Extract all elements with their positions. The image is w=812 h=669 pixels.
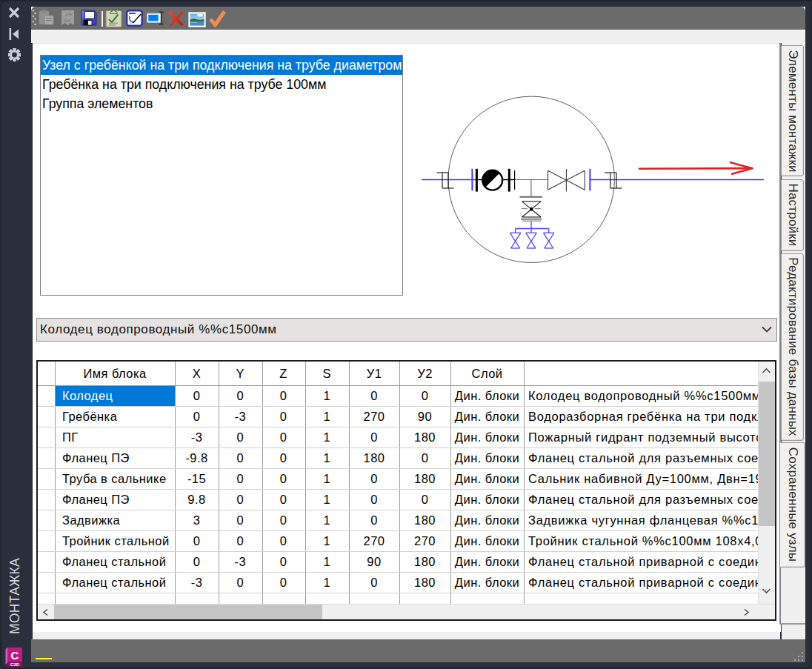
- svg-text:C: C: [11, 649, 19, 662]
- svg-text:C3D: C3D: [10, 662, 20, 667]
